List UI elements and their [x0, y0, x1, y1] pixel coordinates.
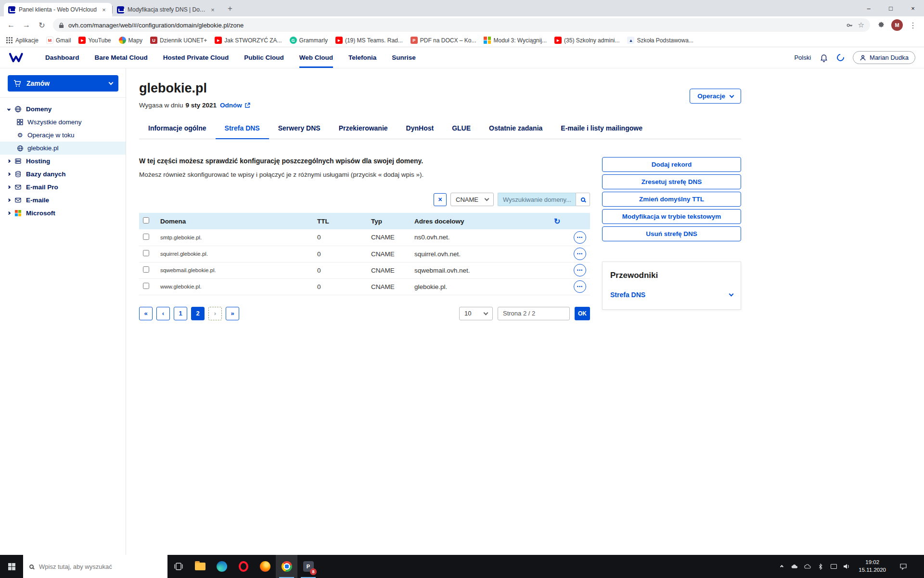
bookmark-star-icon[interactable]: ☆ [858, 21, 864, 29]
bookmark-grammarly[interactable]: Grammarly [290, 37, 328, 44]
opera-button[interactable] [232, 555, 254, 578]
sidebar-section-hosting[interactable]: Hosting [0, 155, 126, 168]
column-header-ttl[interactable]: TTL [313, 213, 367, 229]
sidebar-section-email-pro[interactable]: E-mail Pro [0, 181, 126, 194]
taskbar-search-input[interactable] [39, 563, 161, 570]
browser-menu-icon[interactable]: ⋮ [906, 18, 920, 32]
reload-button[interactable]: ↻ [35, 18, 49, 32]
page-status-input[interactable] [498, 307, 570, 320]
last-page-button[interactable]: » [226, 307, 239, 320]
profile-avatar[interactable]: M [891, 19, 903, 31]
ok-button[interactable]: OK [575, 307, 590, 320]
operations-button[interactable]: Operacje [690, 89, 741, 104]
nav-dashboard[interactable]: Dashboard [45, 47, 79, 68]
taskbar-clock[interactable]: 19:02 15.11.2020 [856, 559, 889, 574]
tab-close-icon[interactable]: × [209, 6, 217, 13]
sidebar-section-databases[interactable]: Bazy danych [0, 168, 126, 181]
window-close-button[interactable]: × [902, 0, 924, 16]
nav-sunrise[interactable]: Sunrise [392, 47, 416, 68]
firefox-button[interactable] [254, 555, 276, 578]
page-1-button[interactable]: 1 [174, 307, 187, 320]
bluetooth-icon[interactable] [817, 564, 824, 570]
column-header-domain[interactable]: Domena [156, 213, 313, 229]
row-actions-button[interactable]: ••• [574, 248, 586, 260]
password-key-icon[interactable] [846, 22, 853, 29]
previous-page-button[interactable]: ‹ [156, 307, 170, 320]
bookmark-modul[interactable]: Moduł 3: Wyciągnij... [484, 37, 547, 44]
volume-icon[interactable] [843, 564, 850, 569]
sidebar-item-glebokie-pl[interactable]: glebokie.pl [0, 142, 126, 155]
nav-bare-metal-cloud[interactable]: Bare Metal Cloud [95, 47, 148, 68]
guides-link-dns-zone[interactable]: Strefa DNS [610, 291, 733, 299]
select-all-checkbox[interactable] [143, 217, 149, 223]
row-checkbox[interactable] [143, 266, 149, 273]
row-actions-button[interactable]: ••• [574, 231, 586, 244]
language-selector[interactable]: Polski [794, 54, 811, 61]
nav-telefonia[interactable]: Telefonia [348, 47, 376, 68]
first-page-button[interactable]: « [139, 307, 153, 320]
action-center-button[interactable] [894, 563, 912, 570]
tab-przekierowanie[interactable]: Przekierowanie [330, 119, 397, 139]
nav-hosted-private-cloud[interactable]: Hosted Private Cloud [163, 47, 229, 68]
row-checkbox[interactable] [143, 250, 149, 256]
record-type-select[interactable]: CNAME [450, 193, 494, 206]
row-checkbox[interactable] [143, 283, 149, 289]
new-tab-button[interactable]: + [224, 2, 236, 15]
window-restore-button[interactable]: □ [880, 0, 902, 16]
change-default-ttl-button[interactable]: Zmień domyślny TTL [602, 192, 741, 207]
task-view-button[interactable] [167, 555, 189, 578]
reset-dns-zone-button[interactable]: Zresetuj strefę DNS [602, 174, 741, 189]
notifications-bell-icon[interactable] [820, 53, 828, 62]
bookmark-szkolny[interactable]: (35) Szkolny admini... [554, 37, 619, 44]
address-bar[interactable]: ovh.com/manager/web/#/configuration/doma… [53, 18, 870, 32]
tab-informacje-ogolne[interactable]: Informacje ogólne [139, 119, 216, 139]
file-explorer-button[interactable] [189, 555, 211, 578]
bookmark-maps[interactable]: Mapy [119, 37, 142, 44]
browser-tab-active[interactable]: Panel klienta - Web OVHcloud × [4, 3, 112, 16]
bookmark-video[interactable]: Jak STWORZYĆ ZA... [215, 37, 282, 44]
chrome-button[interactable] [276, 555, 297, 578]
ethernet-network-icon[interactable] [830, 564, 837, 569]
column-header-target[interactable]: Adres docelowy [411, 213, 550, 229]
sidebar-section-domains[interactable]: Domeny [0, 103, 126, 116]
onedrive-cloud-icon[interactable] [804, 564, 811, 569]
sidebar-item-operations-in-progress[interactable]: ⚙ Operacje w toku [0, 129, 126, 142]
edge-button[interactable] [211, 555, 232, 578]
bookmark-gmail[interactable]: Gmail [46, 37, 71, 44]
bookmark-szkola[interactable]: Szkoła Podstawowa... [627, 37, 693, 44]
bookmark-teams[interactable]: (19) MS Teams. Rad... [335, 37, 403, 44]
tab-close-icon[interactable]: × [100, 6, 108, 13]
order-button[interactable]: Zamów [8, 75, 118, 92]
nav-web-cloud[interactable]: Web Cloud [299, 47, 333, 68]
tab-ostatnie-zadania[interactable]: Ostatnie zadania [480, 119, 552, 139]
bookmark-pdf[interactable]: PDF na DOCX – Ko... [411, 37, 476, 44]
extensions-puzzle-icon[interactable] [874, 18, 888, 32]
tab-serwery-dns[interactable]: Serwery DNS [269, 119, 330, 139]
back-button[interactable]: ← [4, 18, 18, 32]
nav-public-cloud[interactable]: Public Cloud [244, 47, 284, 68]
renew-link[interactable]: Odnów [220, 102, 242, 109]
next-page-button[interactable]: › [208, 307, 222, 320]
external-link-icon[interactable] [244, 103, 250, 108]
tab-strefa-dns[interactable]: Strefa DNS [216, 119, 269, 139]
app-with-badge-button[interactable]: P 8 [297, 555, 319, 578]
browser-tab[interactable]: Modyfikacja strefy DNS | Dokum... × [113, 3, 221, 16]
add-record-button[interactable]: Dodaj rekord [602, 157, 741, 172]
row-checkbox[interactable] [143, 234, 149, 240]
tab-glue[interactable]: GLUE [443, 119, 480, 139]
taskbar-search[interactable] [23, 555, 167, 578]
window-minimize-button[interactable]: – [858, 0, 880, 16]
hidden-icons-chevron[interactable] [778, 565, 785, 568]
page-2-button[interactable]: 2 [191, 307, 205, 320]
search-button[interactable] [576, 193, 590, 206]
column-header-type[interactable]: Typ [367, 213, 411, 229]
row-actions-button[interactable]: ••• [574, 280, 586, 293]
text-mode-edit-button[interactable]: Modyfikacja w trybie tekstowym [602, 209, 741, 224]
onedrive-icon[interactable] [791, 564, 798, 569]
forward-button[interactable]: → [19, 18, 34, 32]
start-button[interactable] [0, 555, 23, 578]
sidebar-item-all-domains[interactable]: Wszystkie domeny [0, 116, 126, 129]
bookmark-youtube[interactable]: YouTube [78, 37, 111, 44]
sidebar-section-microsoft[interactable]: Microsoft [0, 207, 126, 220]
tab-dynhost[interactable]: DynHost [397, 119, 443, 139]
